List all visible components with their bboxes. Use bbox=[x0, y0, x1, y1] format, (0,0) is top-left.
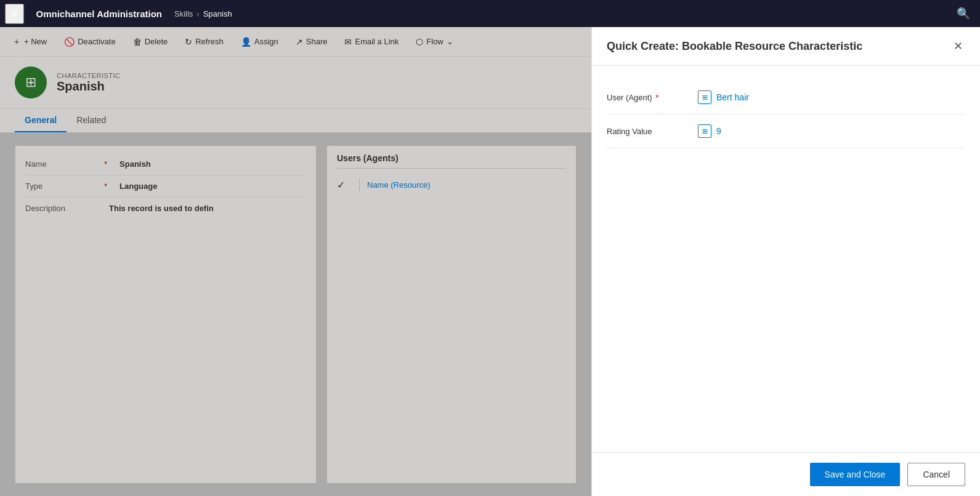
quick-create-title: Quick Create: Bookable Resource Characte… bbox=[607, 40, 862, 53]
rating-value-field-row: Rating Value ⊞ 9 bbox=[607, 114, 965, 148]
field-type-value: Language bbox=[119, 182, 306, 191]
new-button[interactable]: ＋ + New bbox=[5, 33, 54, 51]
flow-button[interactable]: ⬡ Flow ⌄ bbox=[408, 33, 460, 50]
content-area: Name * Spanish Type * Language Descripti… bbox=[0, 133, 591, 496]
quick-create-footer: Save and Close Cancel bbox=[592, 452, 980, 496]
deactivate-button[interactable]: 🚫 Deactivate bbox=[57, 33, 123, 50]
breadcrumb: Skills › Spanish bbox=[174, 9, 232, 18]
delete-button[interactable]: 🗑 Delete bbox=[126, 33, 176, 50]
new-icon: ＋ bbox=[12, 36, 21, 47]
field-type-row: Type * Language bbox=[25, 175, 306, 198]
delete-label: Delete bbox=[145, 37, 168, 46]
users-header: ✓ Name (Resource) bbox=[337, 174, 566, 196]
new-label: + New bbox=[24, 37, 47, 46]
email-link-button[interactable]: ✉ Email a Link bbox=[337, 33, 406, 50]
deactivate-icon: 🚫 bbox=[64, 37, 75, 47]
delete-icon: 🗑 bbox=[133, 37, 142, 47]
column-divider bbox=[359, 178, 360, 191]
tab-related[interactable]: Related bbox=[67, 109, 116, 132]
rating-value-label: Rating Value bbox=[607, 127, 693, 136]
record-info: CHARACTERISTIC Spanish bbox=[57, 72, 121, 94]
record-icon: ⊞ bbox=[15, 66, 47, 98]
flow-icon: ⬡ bbox=[416, 37, 423, 47]
rating-value-field[interactable]: ⊞ 9 bbox=[698, 124, 965, 138]
record-icon-symbol: ⊞ bbox=[25, 74, 36, 90]
hamburger-menu[interactable]: ≡ bbox=[5, 4, 24, 24]
field-name-label: Name bbox=[25, 159, 99, 169]
user-agent-text[interactable]: Bert hair bbox=[716, 92, 749, 102]
top-navigation: ≡ Omnichannel Administration Skills › Sp… bbox=[0, 0, 980, 27]
breadcrumb-current: Spanish bbox=[203, 9, 232, 18]
command-bar: ＋ + New 🚫 Deactivate 🗑 Delete ↻ Refresh … bbox=[0, 27, 591, 57]
share-icon: ↗ bbox=[296, 37, 303, 47]
user-agent-label: User (Agent) * bbox=[607, 93, 693, 102]
field-description-value: This record is used to defin bbox=[109, 204, 306, 213]
field-description-row: Description This record is used to defin bbox=[25, 198, 306, 219]
email-icon: ✉ bbox=[344, 37, 352, 47]
assign-icon: 👤 bbox=[241, 37, 251, 47]
field-name-required: * bbox=[104, 159, 107, 169]
share-button[interactable]: ↗ Share bbox=[288, 33, 335, 50]
record-header: ⊞ CHARACTERISTIC Spanish bbox=[0, 57, 591, 109]
assign-button[interactable]: 👤 Assign bbox=[233, 33, 286, 50]
users-card: Users (Agents) ✓ Name (Resource) bbox=[326, 145, 577, 484]
form-card: Name * Spanish Type * Language Descripti… bbox=[15, 145, 317, 484]
tab-general[interactable]: General bbox=[15, 109, 67, 132]
field-name-row: Name * Spanish bbox=[25, 153, 306, 175]
quick-create-body: User (Agent) * ⊞ Bert hair Rating Value … bbox=[592, 66, 980, 452]
refresh-label: Refresh bbox=[195, 37, 224, 46]
user-agent-icon: ⊞ bbox=[698, 90, 711, 104]
breadcrumb-skills[interactable]: Skills bbox=[174, 9, 193, 18]
share-label: Share bbox=[306, 37, 328, 46]
tabs-bar: General Related bbox=[0, 109, 591, 133]
rating-value-text[interactable]: 9 bbox=[716, 126, 721, 136]
search-icon[interactable]: 🔍 bbox=[952, 4, 975, 23]
check-icon: ✓ bbox=[337, 179, 352, 191]
app-title: Omnichannel Administration bbox=[29, 9, 169, 19]
deactivate-label: Deactivate bbox=[78, 37, 115, 46]
rating-value-icon: ⊞ bbox=[698, 124, 711, 138]
column-name-resource[interactable]: Name (Resource) bbox=[367, 180, 431, 190]
refresh-icon: ↻ bbox=[185, 37, 192, 47]
refresh-button[interactable]: ↻ Refresh bbox=[177, 33, 231, 50]
quick-create-header: Quick Create: Bookable Resource Characte… bbox=[592, 27, 980, 66]
main-layout: ＋ + New 🚫 Deactivate 🗑 Delete ↻ Refresh … bbox=[0, 27, 980, 496]
email-link-label: Email a Link bbox=[355, 37, 399, 46]
flow-chevron-icon: ⌄ bbox=[447, 37, 453, 46]
users-title: Users (Agents) bbox=[337, 153, 566, 169]
quick-create-panel: Quick Create: Bookable Resource Characte… bbox=[591, 27, 980, 496]
assign-label: Assign bbox=[254, 37, 278, 46]
field-description-label: Description bbox=[25, 204, 99, 213]
record-type: CHARACTERISTIC bbox=[57, 72, 121, 79]
user-agent-required-indicator: * bbox=[655, 93, 658, 102]
user-agent-value[interactable]: ⊞ Bert hair bbox=[698, 90, 965, 104]
field-type-label: Type bbox=[25, 182, 99, 191]
field-type-required: * bbox=[104, 182, 107, 191]
breadcrumb-separator: › bbox=[196, 9, 199, 18]
close-button[interactable]: ✕ bbox=[951, 37, 965, 55]
flow-label: Flow bbox=[426, 37, 443, 46]
save-and-close-button[interactable]: Save and Close bbox=[810, 463, 901, 486]
left-panel: ＋ + New 🚫 Deactivate 🗑 Delete ↻ Refresh … bbox=[0, 27, 591, 496]
user-agent-field-row: User (Agent) * ⊞ Bert hair bbox=[607, 81, 965, 114]
cancel-button[interactable]: Cancel bbox=[907, 463, 965, 486]
record-name: Spanish bbox=[57, 79, 121, 94]
field-name-value: Spanish bbox=[119, 159, 306, 169]
